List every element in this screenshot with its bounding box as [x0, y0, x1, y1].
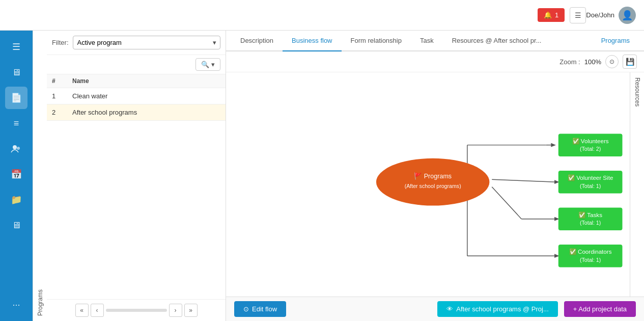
tab-resources[interactable]: Resources @ After school pr...	[443, 31, 551, 51]
page-slider[interactable]	[106, 309, 167, 312]
tasks-label1: ✅ Tasks	[578, 211, 602, 219]
filter-select-wrapper: Active program All programs Inactive	[73, 36, 221, 49]
volunteers-label2: (Total: 2)	[580, 146, 601, 152]
filter-label: Filter:	[52, 39, 69, 46]
edit-flow-button[interactable]: ⊙ Edit flow	[234, 301, 286, 317]
search-button[interactable]: 🔍 ▾	[195, 58, 220, 71]
left-panel: Programs Filter: Active program All prog…	[33, 31, 226, 321]
tab-resources-label: Resources @ After school pr...	[452, 37, 542, 44]
side-save-btn[interactable]: 💾	[623, 55, 637, 69]
tab-task[interactable]: Task	[411, 31, 443, 51]
svg-line-6	[492, 187, 521, 219]
row-num-2: 2	[52, 109, 72, 116]
notification-count: 1	[555, 11, 558, 19]
row-num: 1	[52, 92, 72, 100]
nav-list-icon[interactable]: ≡	[5, 112, 27, 135]
resources-tab-label: Resources	[634, 77, 641, 106]
settings-icon-btn[interactable]: ☰	[570, 7, 586, 23]
row-name-2: After school programs	[72, 109, 220, 116]
main-layout: ☰ 🖥 📄 ≡ 📅 📁 🖥 ··· Programs Filter:	[0, 31, 644, 321]
user-name: Doe/John	[586, 11, 614, 19]
bell-icon: 🔔	[544, 11, 552, 19]
volunteer-site-label2: (Total: 1)	[580, 183, 601, 189]
coordinators-label1: ✅ Coordinators	[569, 248, 612, 255]
avatar: 👤	[619, 7, 636, 24]
afterschool-label: After school programs @ Proj...	[456, 305, 549, 313]
programs-tab-label: Programs	[37, 289, 44, 316]
filter-row: Filter: Active program All programs Inac…	[47, 31, 226, 55]
nav-screen-icon[interactable]: 🖥	[5, 214, 27, 236]
content-area: Programs Filter: Active program All prog…	[33, 31, 644, 321]
add-project-label: + Add project data	[573, 305, 627, 313]
table-row-selected[interactable]: 2 After school programs	[47, 104, 226, 121]
nav-more-icon[interactable]: ···	[5, 293, 27, 316]
topbar-icons: ☰	[570, 7, 586, 23]
settings-icon: ☰	[575, 11, 581, 19]
zoom-icon: ⊙	[609, 58, 614, 65]
col-name: Name	[72, 77, 220, 85]
edit-flow-label: Edit flow	[252, 305, 277, 313]
table-header: # Name	[47, 74, 226, 88]
tab-task-label: Task	[420, 37, 434, 44]
afterschool-button[interactable]: 👁 After school programs @ Proj...	[437, 301, 558, 317]
save-icon: 💾	[626, 58, 634, 66]
zoom-icon-btn[interactable]: ⊙	[605, 55, 619, 68]
tab-description-label: Description	[240, 37, 273, 44]
flow-canvas: 🚩 Programs (After school programs) ✅ Vol…	[226, 72, 630, 297]
avatar-icon: 👤	[622, 10, 633, 21]
zoom-label: Zoom :	[559, 58, 580, 66]
nav-folder-icon[interactable]: 📁	[5, 189, 27, 211]
svg-point-0	[13, 145, 17, 149]
topbar: 🔔 1 ☰ Doe/John 👤	[0, 0, 644, 31]
tab-form-relationship[interactable]: Form relationship	[342, 31, 411, 51]
tab-end-label: Programs	[601, 37, 630, 44]
page-last-btn[interactable]: »	[184, 304, 198, 317]
page-first-btn[interactable]: «	[75, 304, 89, 317]
nav-calendar-icon[interactable]: 📅	[5, 163, 27, 185]
tab-business-flow-label: Business flow	[292, 37, 332, 44]
left-sidebar: ☰ 🖥 📄 ≡ 📅 📁 🖥 ···	[0, 31, 33, 321]
svg-point-1	[17, 147, 20, 150]
row-name: Clean water	[72, 92, 220, 100]
center-label1: 🚩 Programs	[414, 172, 452, 180]
center-oval[interactable]	[376, 158, 489, 206]
filter-select[interactable]: Active program All programs Inactive	[73, 36, 221, 49]
right-panel: Description Business flow Form relations…	[226, 31, 644, 321]
nav-group-icon[interactable]	[5, 138, 27, 160]
add-project-button[interactable]: + Add project data	[564, 301, 636, 317]
search-row: 🔍 ▾	[47, 55, 226, 74]
nav-monitor-icon[interactable]: 🖥	[5, 61, 27, 84]
tab-form-relationship-label: Form relationship	[351, 37, 402, 44]
volunteers-label1: ✅ Volunteers	[572, 138, 609, 145]
left-panel-inner: Filter: Active program All programs Inac…	[47, 31, 226, 321]
notification-button[interactable]: 🔔 1	[538, 8, 565, 22]
search-dropdown-icon: ▾	[211, 61, 215, 68]
flow-area: 🚩 Programs (After school programs) ✅ Vol…	[226, 72, 644, 297]
tab-description[interactable]: Description	[231, 31, 283, 51]
tabs-bar: Description Business flow Form relations…	[226, 31, 644, 51]
pagination-bar: « ‹ › »	[47, 299, 226, 321]
resources-vertical-tab[interactable]: Resources	[630, 72, 644, 297]
nav-document-icon[interactable]: 📄	[5, 87, 27, 109]
edit-flow-icon: ⊙	[243, 305, 249, 313]
tab-end-programs[interactable]: Programs	[592, 31, 639, 50]
flow-toolbar: Zoom : 100% ⊙ 💾	[226, 51, 644, 72]
center-label2: (After school programs)	[405, 183, 461, 189]
coordinators-label2: (Total: 1)	[580, 257, 601, 263]
zoom-value: 100%	[584, 58, 601, 66]
table-row[interactable]: 1 Clean water	[47, 88, 226, 104]
flow-svg: 🚩 Programs (After school programs) ✅ Vol…	[226, 72, 630, 297]
page-prev-btn[interactable]: ‹	[91, 304, 104, 317]
tasks-label2: (Total: 1)	[580, 220, 601, 226]
group-svg	[11, 143, 22, 154]
user-info[interactable]: Doe/John 👤	[586, 7, 636, 24]
tab-business-flow[interactable]: Business flow	[283, 31, 341, 51]
col-hash: #	[52, 77, 72, 85]
arrow-volunteers	[551, 143, 556, 147]
nav-menu-icon[interactable]: ☰	[5, 36, 27, 58]
page-next-btn[interactable]: ›	[169, 304, 182, 317]
bottom-bar: ⊙ Edit flow 👁 After school programs @ Pr…	[226, 297, 644, 321]
programs-vertical-tab[interactable]: Programs	[33, 31, 47, 321]
search-icon: 🔍	[201, 61, 209, 68]
afterschool-icon: 👁	[446, 305, 453, 313]
